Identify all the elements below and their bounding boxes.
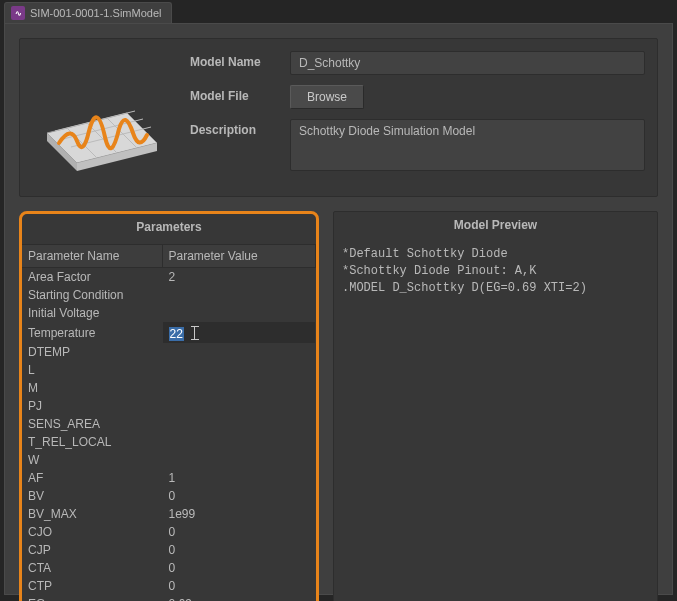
table-row[interactable]: CTP0 bbox=[22, 577, 316, 595]
param-value-cell[interactable] bbox=[162, 361, 316, 379]
param-value-cell[interactable] bbox=[162, 415, 316, 433]
table-row[interactable]: BV_MAX1e99 bbox=[22, 505, 316, 523]
tab-title: SIM-001-0001-1.SimModel bbox=[30, 7, 161, 19]
table-row[interactable]: PJ bbox=[22, 397, 316, 415]
table-row[interactable]: Temperature22 bbox=[22, 322, 316, 343]
param-value-cell[interactable] bbox=[162, 433, 316, 451]
param-value-cell[interactable]: 0.69 bbox=[162, 595, 316, 601]
table-row[interactable]: DTEMP bbox=[22, 343, 316, 361]
description-input[interactable] bbox=[290, 119, 645, 171]
param-name-cell[interactable]: Starting Condition bbox=[22, 286, 162, 304]
param-name-cell[interactable]: CTP bbox=[22, 577, 162, 595]
param-name-cell[interactable]: CJO bbox=[22, 523, 162, 541]
param-name-cell[interactable]: W bbox=[22, 451, 162, 469]
param-value-cell[interactable]: 1e99 bbox=[162, 505, 316, 523]
param-name-cell[interactable]: BV_MAX bbox=[22, 505, 162, 523]
param-value-cell[interactable] bbox=[162, 343, 316, 361]
parameters-scroll[interactable]: Parameter Name Parameter Value Area Fact… bbox=[22, 244, 316, 601]
label-model-name: Model Name bbox=[190, 51, 290, 69]
param-value-cell[interactable] bbox=[162, 397, 316, 415]
param-value-cell[interactable]: 1 bbox=[162, 469, 316, 487]
table-row[interactable]: Starting Condition bbox=[22, 286, 316, 304]
param-value-cell[interactable]: 0 bbox=[162, 523, 316, 541]
param-name-cell[interactable]: T_REL_LOCAL bbox=[22, 433, 162, 451]
param-name-cell[interactable]: M bbox=[22, 379, 162, 397]
table-row[interactable]: AF1 bbox=[22, 469, 316, 487]
param-name-cell[interactable]: CJP bbox=[22, 541, 162, 559]
table-row[interactable]: CJO0 bbox=[22, 523, 316, 541]
param-value-cell[interactable]: 0 bbox=[162, 541, 316, 559]
table-row[interactable]: T_REL_LOCAL bbox=[22, 433, 316, 451]
tab-bar: ∿ SIM-001-0001-1.SimModel bbox=[0, 0, 677, 23]
table-row[interactable]: L bbox=[22, 361, 316, 379]
parameters-panel: Parameters Parameter Name Parameter Valu… bbox=[19, 211, 319, 601]
table-row[interactable]: W bbox=[22, 451, 316, 469]
model-form: Model Name Model File Browse Description bbox=[190, 51, 645, 184]
model-preview-title: Model Preview bbox=[334, 212, 657, 242]
bottom-panels: Parameters Parameter Name Parameter Valu… bbox=[19, 211, 658, 601]
tab-simmodel[interactable]: ∿ SIM-001-0001-1.SimModel bbox=[4, 2, 172, 23]
table-row[interactable]: BV0 bbox=[22, 487, 316, 505]
param-name-cell[interactable]: Temperature bbox=[22, 322, 162, 343]
table-row[interactable]: CJP0 bbox=[22, 541, 316, 559]
label-description: Description bbox=[190, 119, 290, 137]
param-value-cell[interactable]: 0 bbox=[162, 577, 316, 595]
model-header: Model Name Model File Browse Description bbox=[19, 38, 658, 197]
parameters-table: Parameter Name Parameter Value Area Fact… bbox=[22, 245, 316, 601]
param-value-cell[interactable] bbox=[162, 379, 316, 397]
table-row[interactable]: Initial Voltage bbox=[22, 304, 316, 322]
text-cursor-icon bbox=[190, 326, 200, 340]
label-model-file: Model File bbox=[190, 85, 290, 103]
table-row[interactable]: CTA0 bbox=[22, 559, 316, 577]
param-name-cell[interactable]: BV bbox=[22, 487, 162, 505]
param-name-cell[interactable]: Initial Voltage bbox=[22, 304, 162, 322]
browse-button[interactable]: Browse bbox=[290, 85, 364, 109]
param-value-cell[interactable]: 0 bbox=[162, 487, 316, 505]
model-thumbnail bbox=[32, 51, 172, 184]
model-preview-panel: Model Preview *Default Schottky Diode *S… bbox=[333, 211, 658, 601]
param-name-cell[interactable]: DTEMP bbox=[22, 343, 162, 361]
param-name-cell[interactable]: SENS_AREA bbox=[22, 415, 162, 433]
param-value-cell[interactable] bbox=[162, 286, 316, 304]
param-value-cell[interactable] bbox=[162, 304, 316, 322]
table-row[interactable]: Area Factor2 bbox=[22, 268, 316, 287]
param-name-cell[interactable]: Area Factor bbox=[22, 268, 162, 287]
param-value-cell[interactable]: 0 bbox=[162, 559, 316, 577]
param-name-cell[interactable]: EG bbox=[22, 595, 162, 601]
model-preview-text: *Default Schottky Diode *Schottky Diode … bbox=[334, 242, 657, 300]
editor-content: Model Name Model File Browse Description bbox=[4, 23, 673, 595]
col-param-value[interactable]: Parameter Value bbox=[162, 245, 316, 268]
param-name-cell[interactable]: AF bbox=[22, 469, 162, 487]
param-value-cell[interactable]: 2 bbox=[162, 268, 316, 287]
table-row[interactable]: SENS_AREA bbox=[22, 415, 316, 433]
table-row[interactable]: EG0.69 bbox=[22, 595, 316, 601]
parameters-title: Parameters bbox=[22, 214, 316, 244]
param-name-cell[interactable]: PJ bbox=[22, 397, 162, 415]
table-row[interactable]: M bbox=[22, 379, 316, 397]
param-value-cell[interactable] bbox=[162, 451, 316, 469]
model-name-input[interactable] bbox=[290, 51, 645, 75]
col-param-name[interactable]: Parameter Name bbox=[22, 245, 162, 268]
param-value-cell[interactable]: 22 bbox=[162, 322, 316, 343]
param-name-cell[interactable]: CTA bbox=[22, 559, 162, 577]
simmodel-file-icon: ∿ bbox=[11, 6, 25, 20]
param-name-cell[interactable]: L bbox=[22, 361, 162, 379]
